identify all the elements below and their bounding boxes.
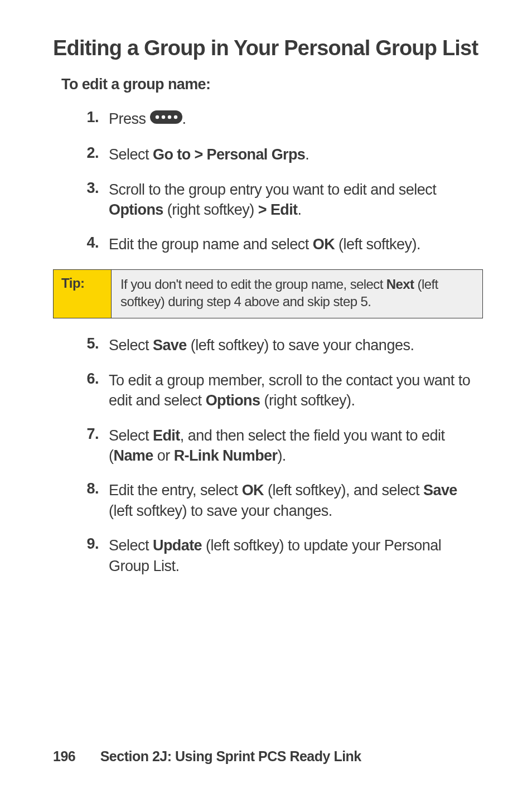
svg-point-3 (167, 115, 171, 118)
step-number: 5. (73, 335, 109, 352)
step-body: Edit the entry, select OK (left softkey)… (109, 480, 483, 521)
svg-rect-0 (150, 110, 182, 124)
four-dot-key-icon (150, 109, 182, 129)
section-label: Section 2J: Using Sprint PCS Ready Link (100, 748, 361, 764)
tip-label: Tip: (54, 270, 112, 318)
step-item: 3.Scroll to the group entry you want to … (73, 180, 483, 220)
bold-text: Next (386, 277, 414, 292)
step-body: Select Go to > Personal Grps. (109, 144, 483, 165)
steps-list-a: 1.Press .2.Select Go to > Personal Grps.… (53, 109, 483, 255)
bold-text: Edit (153, 427, 180, 444)
bold-text: > Edit (258, 201, 298, 218)
tip-body: If you don't need to edit the group name… (112, 270, 482, 318)
step-body: Press . (109, 109, 483, 130)
step-item: 2.Select Go to > Personal Grps. (73, 144, 483, 165)
bold-text: R-Link Number (174, 447, 278, 464)
page: Editing a Group in Your Personal Group L… (0, 0, 532, 798)
step-body: Select Edit, and then select the field y… (109, 425, 483, 466)
svg-point-4 (173, 115, 177, 118)
step-item: 7.Select Edit, and then select the field… (73, 425, 483, 466)
step-body: Select Update (left softkey) to update y… (109, 535, 483, 576)
bold-text: Options (109, 201, 163, 218)
page-number: 196 (53, 748, 75, 765)
step-body: Edit the group name and select OK (left … (109, 234, 483, 254)
step-number: 2. (73, 144, 109, 162)
step-number: 6. (73, 370, 109, 388)
bold-text: Options (206, 392, 260, 409)
step-number: 1. (73, 109, 109, 126)
step-body: Scroll to the group entry you want to ed… (109, 180, 483, 220)
bold-text: OK (313, 236, 335, 253)
step-number: 7. (73, 425, 109, 443)
steps-list-b: 5.Select Save (left softkey) to save you… (53, 335, 483, 576)
subheading: To edit a group name: (61, 76, 483, 93)
bold-text: Save (423, 482, 457, 499)
page-footer: 196 Section 2J: Using Sprint PCS Ready L… (53, 748, 361, 765)
step-body: Select Save (left softkey) to save your … (109, 335, 483, 355)
step-item: 1.Press . (73, 109, 483, 130)
step-body: To edit a group member, scroll to the co… (109, 370, 483, 411)
step-item: 5.Select Save (left softkey) to save you… (73, 335, 483, 355)
step-item: 8.Edit the entry, select OK (left softke… (73, 480, 483, 521)
step-item: 9.Select Update (left softkey) to update… (73, 535, 483, 576)
tip-callout: Tip: If you don't need to edit the group… (53, 269, 483, 318)
bold-text: Update (153, 537, 202, 554)
step-number: 9. (73, 535, 109, 553)
bold-text: OK (242, 482, 264, 499)
step-number: 4. (73, 234, 109, 252)
bold-text: Go to > Personal Grps (153, 146, 305, 163)
section-heading: Editing a Group in Your Personal Group L… (53, 36, 483, 60)
step-item: 6.To edit a group member, scroll to the … (73, 370, 483, 411)
step-item: 4.Edit the group name and select OK (lef… (73, 234, 483, 254)
svg-point-1 (155, 115, 158, 118)
svg-point-2 (161, 115, 165, 118)
bold-text: Save (153, 337, 187, 354)
bold-text: Name (114, 447, 153, 464)
step-number: 8. (73, 480, 109, 497)
step-number: 3. (73, 180, 109, 197)
